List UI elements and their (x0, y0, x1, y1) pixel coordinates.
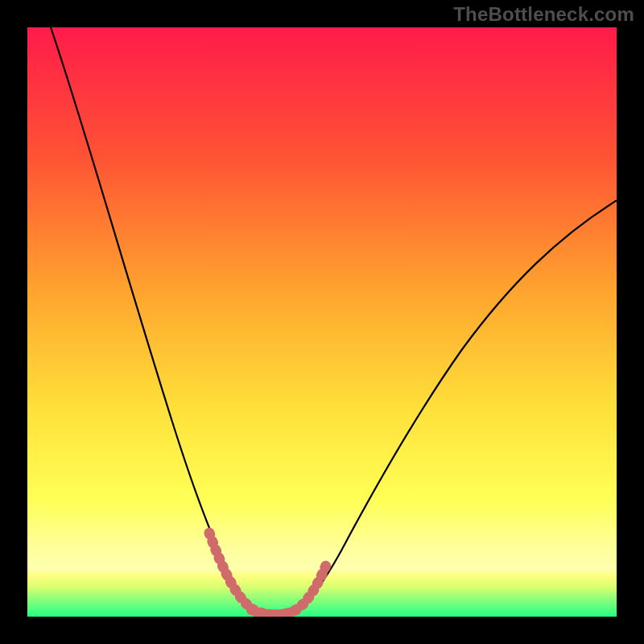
highlight-segment-solid (251, 610, 296, 614)
gradient-background (27, 27, 617, 617)
chart-svg (27, 27, 617, 617)
plot-area (27, 27, 617, 617)
chart-frame: TheBottleneck.com (0, 0, 644, 644)
watermark-text: TheBottleneck.com (453, 3, 634, 26)
